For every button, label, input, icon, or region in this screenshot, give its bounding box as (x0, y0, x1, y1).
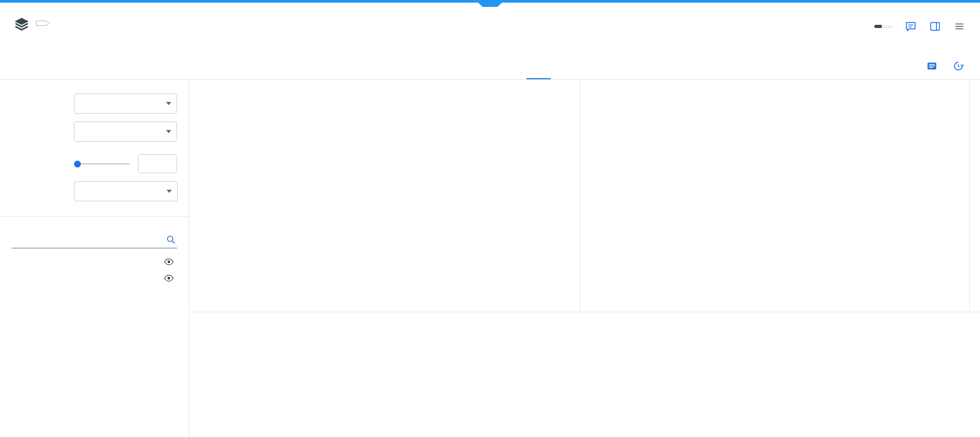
tab-scalars[interactable] (526, 53, 551, 79)
visibility-eye-icon[interactable] (164, 275, 174, 282)
tab-bar (0, 53, 980, 80)
scalar-item-monitor-machine[interactable] (12, 296, 177, 305)
scalar-item-model-stats-gradients[interactable] (12, 270, 177, 286)
smoothing-method-select[interactable] (74, 181, 178, 201)
scalar-item-monitor-gpu[interactable] (12, 286, 177, 296)
smoothing-slider[interactable] (74, 160, 130, 168)
add-tag-label (36, 21, 50, 25)
scalars-list (12, 254, 177, 305)
app-logo-icon (14, 16, 30, 32)
visibility-eye-icon[interactable] (164, 258, 174, 265)
scalar-item-metrics[interactable] (12, 254, 177, 270)
tab-info[interactable] (478, 53, 502, 79)
tab-bar-tabs (381, 53, 599, 79)
tab-console[interactable] (502, 53, 526, 79)
horizontal-axis-select[interactable] (74, 122, 177, 142)
smoothing-value-input[interactable] (138, 154, 177, 173)
scalars-sidebar (0, 80, 189, 437)
sidebar-divider (0, 216, 189, 217)
tab-dataviews[interactable] (454, 53, 478, 79)
chart-panel-0 (189, 80, 580, 312)
find-scalars-input[interactable] (12, 233, 177, 248)
chevron-down-icon (166, 130, 171, 133)
id-chip-label (874, 25, 882, 28)
slider-track (74, 163, 130, 164)
add-tag-button[interactable] (36, 21, 50, 26)
tab-execution[interactable] (381, 53, 405, 79)
chevron-down-icon (167, 190, 172, 193)
id-chip-value (882, 25, 892, 28)
side-panel-icon[interactable] (929, 21, 941, 32)
search-icon[interactable] (166, 235, 176, 245)
chart-panel-1 (580, 80, 970, 312)
details-view-icon[interactable] (926, 60, 938, 72)
scalars-main (189, 80, 980, 437)
header (0, 3, 980, 53)
feedback-icon[interactable] (905, 21, 917, 32)
tab-plots[interactable] (551, 53, 575, 79)
experiment-id-chip[interactable] (874, 25, 892, 28)
chevron-down-icon (166, 102, 171, 105)
tab-artifacts[interactable] (429, 53, 454, 79)
auto-refresh-icon[interactable] (953, 60, 964, 72)
group-by-select[interactable] (74, 94, 177, 114)
slider-thumb[interactable] (74, 161, 81, 168)
tab-configuration[interactable] (405, 53, 429, 79)
menu-icon[interactable] (954, 21, 965, 32)
tab-debug-samples[interactable] (575, 53, 599, 79)
